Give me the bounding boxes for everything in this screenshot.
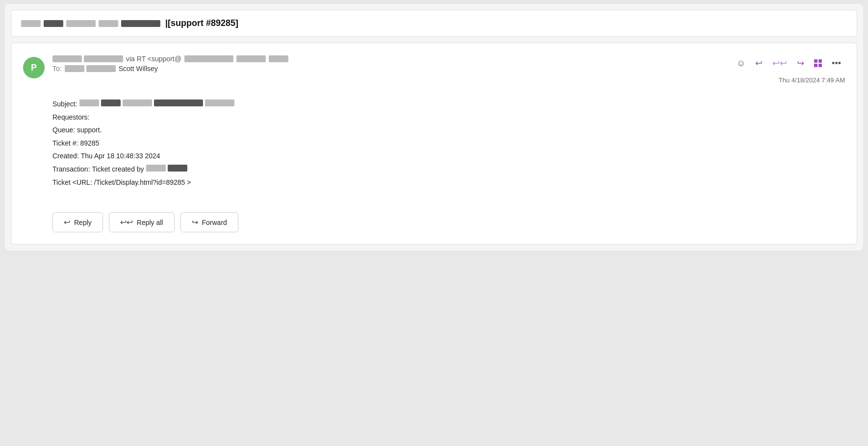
reply-button[interactable]: ↩ Reply	[52, 212, 103, 232]
subject-redacted-items	[21, 20, 160, 27]
timestamp-section: ☺ ↩ ↩↩ ↪	[733, 55, 845, 84]
transaction-redacted	[146, 165, 187, 172]
transaction-value: Ticket created by	[92, 163, 144, 176]
to-redact-1	[65, 65, 84, 72]
requestors-label: Requestors:	[52, 111, 89, 124]
forward-button-arrow-icon: ↪	[192, 218, 198, 227]
email-domain-redact-3	[269, 55, 288, 62]
email-card: P via RT <support@	[11, 43, 857, 245]
to-line: To: Scott Willsey	[52, 65, 288, 73]
reply-all-icon: ↩↩	[772, 58, 787, 69]
requestors-line: Requestors:	[52, 111, 845, 124]
reply-button-label: Reply	[74, 219, 92, 226]
avatar: P	[23, 57, 45, 78]
to-redact-2	[86, 65, 116, 72]
redact-3	[66, 20, 96, 27]
forward-button-icon[interactable]: ↪	[793, 55, 808, 72]
redact-2	[44, 20, 63, 27]
outer-container: |[support #89285] P via RT <support@	[5, 4, 863, 250]
subject-bar: |[support #89285]	[11, 10, 857, 37]
subject-label: Subject:	[52, 98, 77, 111]
subject-value-redacted	[79, 99, 234, 106]
forward-button[interactable]: ↪ Forward	[180, 212, 238, 232]
reply-all-button-arrow-icon: ↩↩	[120, 218, 133, 227]
email-body: Subject: Requestors: Queue: support. Tic…	[23, 98, 845, 189]
ticket-url-label: Ticket <URL:	[52, 176, 92, 189]
via-text: via RT <support@	[126, 55, 181, 63]
subject-redact-4	[154, 99, 203, 106]
reply-all-button-icon[interactable]: ↩↩	[768, 55, 791, 72]
ticket-line: Ticket #: 89285	[52, 137, 845, 150]
email-timestamp: Thu 4/18/2024 7:49 AM	[779, 76, 845, 84]
action-buttons: ↩ Reply ↩↩ Reply all ↪ Forward	[23, 212, 845, 232]
subject-redact-1	[79, 99, 99, 106]
reply-button-arrow-icon: ↩	[64, 218, 70, 227]
redact-1	[21, 20, 41, 27]
queue-line: Queue: support.	[52, 124, 845, 137]
to-name: Scott Willsey	[119, 65, 158, 73]
subject-redact-3	[123, 99, 152, 106]
ticket-value: 89285	[80, 137, 99, 150]
emoji-button[interactable]: ☺	[733, 55, 749, 72]
reply-all-button-label: Reply all	[137, 219, 163, 226]
reply-all-button[interactable]: ↩↩ Reply all	[109, 212, 175, 232]
created-line: Created: Thu Apr 18 10:48:33 2024	[52, 149, 845, 163]
forward-icon: ↪	[797, 58, 804, 69]
subject-redact-2	[101, 99, 121, 106]
sender-redact-1	[52, 55, 82, 62]
created-label: Created:	[52, 149, 79, 163]
ticket-url-line: Ticket <URL: /Ticket/Display.html?id=892…	[52, 176, 845, 189]
trans-redact-1	[146, 165, 166, 172]
email-header: P via RT <support@	[23, 55, 845, 84]
queue-value: support.	[77, 124, 102, 137]
sender-redact-2	[84, 55, 123, 62]
email-actions: ☺ ↩ ↩↩ ↪	[733, 55, 845, 72]
emoji-icon: ☺	[737, 58, 745, 69]
reply-button-icon[interactable]: ↩	[751, 55, 766, 72]
sender-name-redacted	[52, 55, 123, 62]
email-domain-redact-2	[236, 55, 266, 62]
subject-redact-5	[205, 99, 234, 106]
subject-line: Subject:	[52, 98, 845, 111]
trans-redact-2	[168, 165, 187, 172]
more-icon: •••	[832, 58, 841, 69]
sender-section: P via RT <support@	[23, 55, 288, 78]
reply-icon: ↩	[755, 58, 763, 69]
to-label: To:	[52, 65, 62, 73]
ticket-label: Ticket #:	[52, 137, 78, 150]
to-redacted	[65, 65, 116, 72]
forward-button-label: Forward	[202, 219, 227, 226]
transaction-label: Transaction:	[52, 163, 90, 176]
subject-title: |[support #89285]	[165, 18, 238, 28]
ticket-url-value: /Ticket/Display.html?id=89285 >	[94, 176, 191, 189]
email-domain-redact-1	[184, 55, 233, 62]
transaction-line: Transaction: Ticket created by	[52, 163, 845, 176]
sender-line: via RT <support@	[52, 55, 288, 63]
redact-5	[121, 20, 160, 27]
grid-button[interactable]	[810, 56, 826, 70]
queue-label: Queue:	[52, 124, 75, 137]
more-button[interactable]: •••	[828, 55, 845, 72]
grid-icon	[814, 59, 822, 67]
created-value: Thu Apr 18 10:48:33 2024	[81, 149, 160, 163]
sender-info: via RT <support@ To: Scott Willsey	[52, 55, 288, 73]
redact-4	[99, 20, 118, 27]
